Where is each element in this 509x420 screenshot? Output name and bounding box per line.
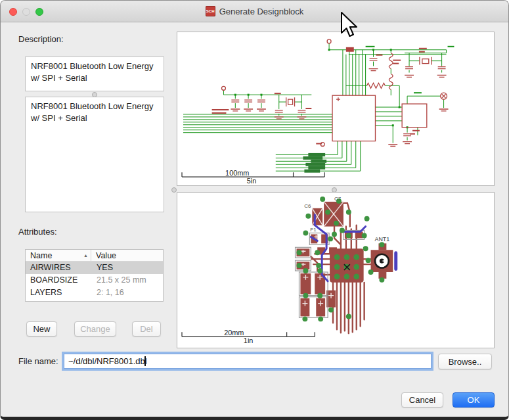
attr-name: LAYERS (26, 287, 91, 299)
schematic-preview-panel: 100mm 5in (177, 32, 495, 186)
column-header-name[interactable]: Name (30, 250, 52, 262)
delete-attribute-button: Del (132, 321, 161, 337)
table-row-airwires[interactable]: AIRWIRES YES (26, 262, 163, 274)
table-row-layers[interactable]: LAYERS 2: 1, 16 (26, 287, 163, 299)
schematic-document-icon: SCH (206, 6, 215, 16)
board-scale-mm-label: 20mm (224, 329, 244, 337)
traffic-lights (9, 1, 43, 22)
attributes-table[interactable]: Name ▲ Value AIRWIRES YES BOARDSIZE 21.5… (25, 249, 164, 302)
board-label-ant1: ANT1 (374, 236, 389, 243)
file-name-input[interactable] (64, 354, 432, 369)
board-preview-panel: C6 C7 F1 ANT1 20mm 1in (177, 192, 495, 348)
description-box-board[interactable]: NRF8001 Bluetooth Low Energy w/ SPI + Se… (25, 97, 164, 212)
cancel-button[interactable]: Cancel (401, 392, 443, 408)
window-title: Generate Designblock (219, 7, 304, 16)
attr-value: YES (91, 262, 163, 274)
text-caret (144, 356, 146, 366)
board-label-c6: C6 (304, 203, 311, 209)
mouse-cursor (340, 11, 360, 40)
table-header: Name ▲ Value (26, 250, 163, 262)
title-bar[interactable]: SCH Generate Designblock (1, 1, 508, 22)
close-button[interactable] (9, 8, 17, 16)
new-attribute-button[interactable]: New (26, 321, 57, 337)
attr-name: BOARDSIZE (26, 274, 91, 287)
browse-button[interactable]: Browse.. (438, 354, 492, 369)
board-label-c7: C7 (334, 196, 341, 202)
schematic-drawing: 100mm 5in (177, 32, 494, 185)
ok-button[interactable]: OK (453, 392, 495, 408)
schematic-scale-mm-label: 100mm (225, 169, 249, 177)
attr-name: AIRWIRES (26, 262, 91, 274)
title-group: SCH Generate Designblock (206, 6, 304, 16)
description-box-schematic[interactable]: NRF8001 Bluetooth Low Energy w/ SPI + Se… (25, 57, 164, 91)
minimize-button (22, 8, 30, 16)
description-label: Description: (18, 34, 64, 44)
change-attribute-button: Change (74, 321, 116, 337)
board-scale-in-label: 1in (244, 337, 254, 344)
preview-splitter-handle-left[interactable] (171, 187, 177, 193)
column-header-value[interactable]: Value (91, 250, 163, 261)
board-drawing: C6 C7 F1 ANT1 20mm 1in (177, 193, 494, 348)
attributes-label: Attributes: (18, 227, 57, 237)
zoom-button[interactable] (35, 8, 43, 16)
generate-designblock-dialog: SCH Generate Designblock Description: NR… (0, 0, 509, 420)
attr-value: 2: 1, 16 (91, 287, 163, 299)
table-row-boardsize[interactable]: BOARDSIZE 21.5 x 25 mm (26, 274, 163, 287)
sort-ascending-icon[interactable]: ▲ (83, 250, 88, 262)
schematic-scale-in-label: 5in (247, 177, 257, 185)
attr-value: 21.5 x 25 mm (91, 274, 163, 287)
board-label-f1: F1 (310, 227, 317, 233)
file-name-label: File name: (18, 356, 58, 366)
